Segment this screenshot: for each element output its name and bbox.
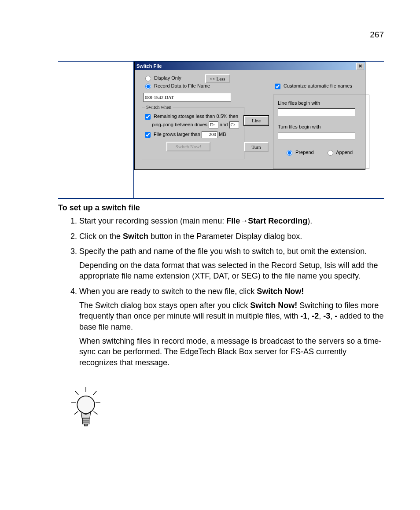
- svg-rect-11: [85, 424, 88, 426]
- line-files-label: Line files begin with: [278, 100, 320, 106]
- radio-record-data-label: Record Data to File Name: [154, 83, 210, 88]
- drive2-input[interactable]: C:: [229, 121, 239, 128]
- switch-now-button[interactable]: Switch Now!: [166, 142, 210, 151]
- line-button[interactable]: Line: [244, 116, 269, 125]
- s2-a: Click on the: [79, 232, 123, 241]
- rule-bottom: [58, 198, 384, 199]
- s1-c: Start Recording: [248, 216, 307, 225]
- check-file-grows[interactable]: File grows larger than 200 MB: [145, 131, 226, 138]
- less-button[interactable]: << Less: [205, 74, 230, 83]
- grows-text-a: File grows larger than: [154, 132, 200, 137]
- page-number: 267: [370, 30, 384, 40]
- filename-input[interactable]: [143, 93, 231, 102]
- doc-heading: To set up a switch file: [58, 202, 384, 213]
- append-label: Append: [336, 150, 353, 155]
- lightbulb-icon: [70, 387, 101, 437]
- svg-point-7: [77, 396, 95, 414]
- radio-display-only[interactable]: Display Only: [145, 75, 181, 81]
- dialog-titlebar[interactable]: Switch File ✕: [135, 62, 365, 70]
- step-4: When you are ready to switch to the new …: [79, 286, 384, 368]
- radio-record-data[interactable]: Record Data to File Name: [145, 83, 210, 89]
- dialog-body: Display Only Record Data to File Name <<…: [135, 70, 365, 169]
- radio-display-only-label: Display Only: [154, 75, 181, 81]
- close-button[interactable]: ✕: [356, 63, 364, 70]
- doc-text: To set up a switch file Start your recor…: [58, 202, 384, 372]
- s4-note: When switching files in record mode, a m…: [79, 336, 384, 368]
- s4p-a: The Switch dialog box stays open after y…: [79, 301, 250, 310]
- s4p-d2: -2: [312, 312, 319, 320]
- customize-label: Customize automatic file names: [284, 83, 352, 88]
- s3: Specify the path and name of the file yo…: [79, 247, 367, 256]
- s4-b: Switch Now!: [257, 287, 304, 296]
- line-files-input[interactable]: [278, 108, 355, 116]
- turn-files-label: Turn files begin with: [278, 124, 321, 129]
- dialog-title: Switch File: [136, 63, 162, 69]
- svg-line-5: [74, 411, 78, 415]
- drive1-input[interactable]: D:: [209, 121, 218, 128]
- grows-text-b: MB: [219, 132, 226, 137]
- remaining-label: Remaining storage less than 0.5% then: [154, 114, 238, 119]
- s1-b: File: [226, 216, 240, 225]
- svg-line-2: [93, 391, 97, 395]
- step-3: Specify the path and name of the file yo…: [79, 246, 384, 282]
- s3-p: Depending on the data format that was se…: [79, 260, 384, 282]
- radio-prepend[interactable]: Prepend: [287, 150, 314, 155]
- s2-b: Switch: [123, 232, 148, 241]
- pingpong-text-a: ping-pong between drives: [152, 122, 207, 127]
- step-2: Click on the Switch button in the Parame…: [79, 231, 384, 242]
- prepend-append-row: Prepend Append: [287, 150, 365, 156]
- s2-c: button in the Parameter Display dialog b…: [148, 232, 302, 241]
- svg-rect-8: [82, 418, 89, 424]
- s4p-b: Switch Now!: [250, 301, 297, 310]
- check-remaining-storage[interactable]: Remaining storage less than 0.5% then: [145, 114, 238, 120]
- switch-file-dialog: Switch File ✕ Display Only Record Data t…: [134, 62, 365, 170]
- s1-a: Start your recording session (main menu:: [79, 216, 226, 225]
- step-1: Start your recording session (main menu:…: [79, 216, 384, 226]
- pingpong-text-b: and: [220, 122, 228, 127]
- prepend-label: Prepend: [295, 150, 314, 155]
- customize-group: Line files begin with Turn files begin w…: [273, 95, 369, 169]
- switch-when-group: Switch when Remaining storage less than …: [142, 107, 244, 159]
- s4-p: The Switch dialog box stays open after y…: [79, 300, 384, 332]
- pingpong-row: ping-pong between drives D: and C:: [152, 121, 239, 128]
- s4p-d1: -1: [300, 312, 307, 320]
- turn-button[interactable]: Turn: [244, 142, 269, 152]
- switch-when-legend: Switch when: [145, 104, 173, 110]
- check-customize-names[interactable]: Customize automatic file names: [275, 83, 352, 89]
- s1-arrow: →: [240, 216, 248, 225]
- svg-line-6: [94, 411, 98, 415]
- radio-append[interactable]: Append: [328, 150, 353, 155]
- s4p-d3: -3: [323, 312, 330, 320]
- size-input[interactable]: 200: [202, 131, 217, 138]
- svg-line-1: [75, 391, 79, 395]
- s1-d: ).: [307, 216, 312, 225]
- turn-files-input[interactable]: [278, 132, 355, 140]
- s4-a: When you are ready to switch to the new …: [79, 287, 257, 296]
